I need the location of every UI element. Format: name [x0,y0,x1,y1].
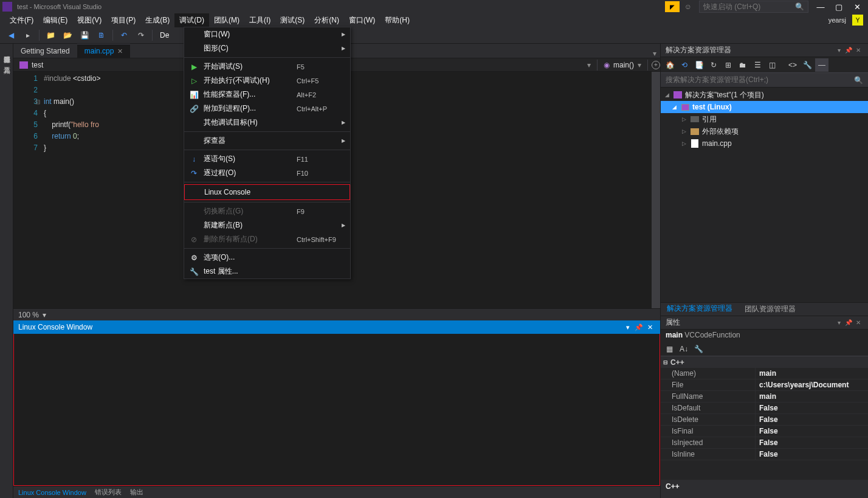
dd-step-over[interactable]: ↷逐过程(O)F10 [184,166,350,180]
editor-scrollbar[interactable] [652,72,660,308]
menu-edit[interactable]: 编辑(E) [38,13,72,27]
props-category[interactable]: ⊟C++ [661,356,868,368]
menu-analyze[interactable]: 分析(N) [309,13,344,27]
dd-start-nodebug[interactable]: ▷开始执行(不调试)(H)Ctrl+F5 [184,74,350,88]
dd-profiler[interactable]: 探查器▶ [184,134,350,148]
dd-perf[interactable]: 📊性能探查器(F)...Alt+F2 [184,88,350,102]
panel-pin-icon[interactable]: 📌 [844,46,853,55]
config-dropdown[interactable]: De [156,30,173,41]
props-object-selector[interactable]: main VCCodeFunction [661,330,868,342]
props-pin-icon[interactable]: 📌 [844,318,853,328]
dd-graphics[interactable]: 图形(C)▶ [184,41,350,55]
sln-code-icon[interactable]: <> [786,58,799,72]
tabs-dropdown-icon[interactable]: ▾ [649,49,660,58]
zoom-dropdown-icon[interactable]: ▾ [43,311,46,319]
sln-properties-icon[interactable]: ☰ [751,58,764,72]
quick-launch-input[interactable]: 快速启动 (Ctrl+Q) 🔍 [699,1,808,13]
notification-icon[interactable]: ◤ [665,1,680,12]
menu-window[interactable]: 窗口(W) [344,13,380,27]
right-tab-sln[interactable]: 解决方案资源管理器 [661,302,739,317]
outline-collapse-icon[interactable]: ⊟ [35,96,40,108]
props-row[interactable]: IsInlineFalse [661,449,868,460]
tree-main-cpp[interactable]: ▷main.cpp [661,137,868,150]
dd-start-debug[interactable]: ▶开始调试(S)F5 [184,60,350,74]
props-alpha-icon[interactable]: A↓ [678,343,690,355]
bottom-tab-console[interactable]: Linux Console Window [18,489,86,496]
sln-search-input[interactable]: 搜索解决方案资源管理器(Ctrl+;) 🔍 [661,73,868,88]
tab-main-cpp[interactable]: main.cpp✕ [77,44,131,58]
panel-close-icon[interactable]: ✕ [853,46,863,55]
tree-project[interactable]: ◢test (Linux) [661,101,868,113]
props-pages-icon[interactable]: 🔧 [692,343,704,355]
console-pin-icon[interactable]: 📌 [633,322,644,333]
menu-tools[interactable]: 工具(I) [244,13,275,27]
props-row[interactable]: FullNamemain [661,391,868,403]
menu-debug[interactable]: 调试(D) [174,13,209,27]
bottom-tab-output[interactable]: 输出 [130,488,143,497]
dd-props[interactable]: 🔧test 属性... [184,265,350,278]
console-body[interactable] [13,334,660,486]
dd-window[interactable]: 窗口(W)▶ [184,27,350,41]
props-categorized-icon[interactable]: ▦ [663,343,675,355]
dd-linux-console[interactable]: Linux Console [184,184,350,200]
zoom-level[interactable]: 100 % [18,311,39,319]
sln-showall-icon[interactable]: 🖿 [736,58,749,72]
tree-references[interactable]: ▷引用 [661,113,868,125]
console-dropdown-icon[interactable]: ▾ [622,322,633,333]
sln-refresh-icon[interactable]: ↻ [707,58,720,72]
props-dropdown-icon[interactable]: ▾ [834,318,844,328]
props-row[interactable]: IsDeleteFalse [661,414,868,426]
menu-view[interactable]: 视图(V) [72,13,106,27]
dd-other-targets[interactable]: 其他调试目标(H)▶ [184,116,350,130]
menu-team[interactable]: 团队(M) [209,13,244,27]
add-split-icon[interactable]: + [652,61,660,69]
sln-filter-icon[interactable]: — [815,58,828,72]
props-grid[interactable]: ⊟C++ (Name)mainFilec:\Users\yearsj\Docum… [661,356,868,460]
open-button[interactable]: 📂 [60,28,75,43]
console-close-icon[interactable]: ✕ [644,322,655,333]
dd-new-bp[interactable]: 新建断点(B)▶ [184,218,350,232]
menu-file[interactable]: 文件(F) [5,13,38,27]
props-row[interactable]: IsDefaultFalse [661,403,868,414]
nav-back-button[interactable]: ◀ [4,28,18,43]
sln-preview-icon[interactable]: ◫ [765,58,779,72]
close-button[interactable]: ✕ [849,1,866,13]
dd-options[interactable]: ⚙选项(O)... [184,251,350,265]
minimize-button[interactable]: — [812,1,829,13]
props-row[interactable]: Filec:\Users\yearsj\Document [661,379,868,391]
nav-member[interactable]: ◉main()▾ [598,60,648,71]
dd-attach[interactable]: 🔗附加到进程(P)...Ctrl+Alt+P [184,102,350,116]
sln-home-icon[interactable]: 🏠 [663,58,677,72]
account-name[interactable]: yearsj [825,15,850,26]
right-tab-team[interactable]: 团队资源管理器 [739,302,802,316]
tab-close-icon[interactable]: ✕ [117,47,123,55]
redo-button[interactable]: ↷ [134,28,148,43]
undo-button[interactable]: ↶ [117,28,131,43]
maximize-button[interactable]: ▢ [830,1,847,13]
rail-server-explorer[interactable]: 服务器资源管理器 [0,49,13,54]
sln-back-icon[interactable]: ⟲ [678,58,691,72]
menu-project[interactable]: 项目(P) [106,13,140,27]
sln-wrench-icon[interactable]: 🔧 [801,58,814,72]
rail-toolbox[interactable]: 工具箱 [0,60,13,64]
props-row[interactable]: IsFinalFalse [661,426,868,437]
account-avatar[interactable]: Y [852,15,863,26]
tree-external[interactable]: ▷外部依赖项 [661,125,868,137]
props-close-icon[interactable]: ✕ [853,318,863,328]
tab-getting-started[interactable]: Getting Started [13,44,77,58]
dd-step-into[interactable]: ↓逐语句(S)F11 [184,152,350,166]
feedback-icon[interactable]: ☺ [681,1,695,12]
sln-sync-icon[interactable]: 📑 [692,58,706,72]
solution-tree[interactable]: ◢解决方案"test"(1 个项目) ◢test (Linux) ▷引用 ▷外部… [661,88,868,302]
menu-help[interactable]: 帮助(H) [380,13,415,27]
menu-test[interactable]: 测试(S) [275,13,309,27]
sln-collapse-icon[interactable]: ⊞ [722,58,735,72]
nav-fwd-button[interactable]: ▸ [21,28,35,43]
props-row[interactable]: (Name)main [661,368,868,379]
bottom-tab-errors[interactable]: 错误列表 [95,488,122,497]
tree-solution[interactable]: ◢解决方案"test"(1 个项目) [661,89,868,101]
save-button[interactable]: 💾 [77,28,92,43]
menu-build[interactable]: 生成(B) [140,13,174,27]
panel-dropdown-icon[interactable]: ▾ [834,46,844,55]
props-row[interactable]: IsInjectedFalse [661,437,868,449]
